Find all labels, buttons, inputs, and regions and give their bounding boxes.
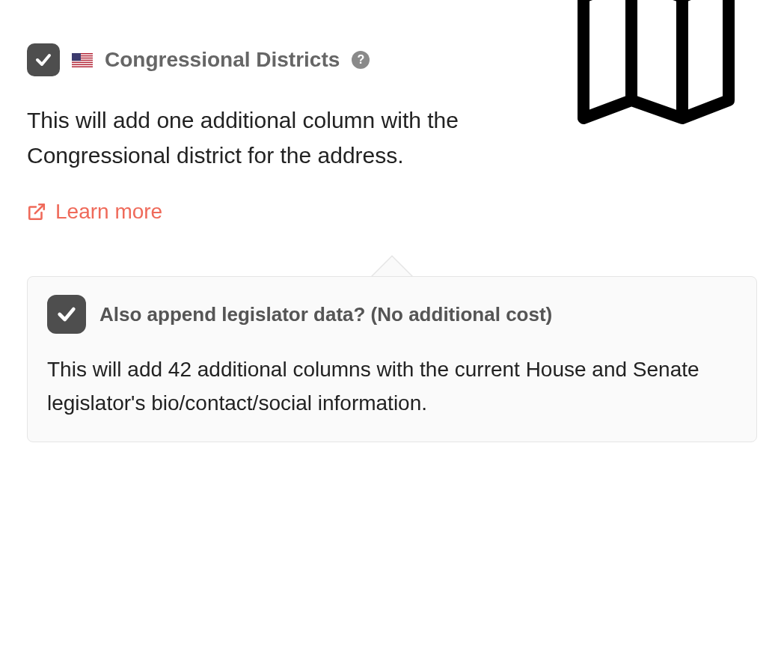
svg-rect-7 [72, 53, 81, 61]
help-icon[interactable]: ? [352, 51, 370, 69]
svg-rect-6 [72, 65, 93, 66]
sub-option-header: Also append legislator data? (No additio… [47, 295, 737, 334]
map-icon [563, 0, 750, 136]
option-description: This will add one additional column with… [27, 103, 506, 173]
sub-option-panel: Also append legislator data? (No additio… [27, 276, 757, 442]
sub-option-description: This will add 42 additional columns with… [47, 353, 737, 421]
learn-more-link[interactable]: Learn more [27, 200, 162, 224]
option-header: Congressional Districts ? [27, 43, 540, 76]
check-icon [56, 304, 77, 325]
option-title: Congressional Districts [105, 48, 340, 72]
external-link-icon [27, 202, 46, 222]
us-flag-icon [72, 53, 93, 67]
sub-option-title: Also append legislator data? (No additio… [99, 303, 552, 326]
check-icon [34, 51, 52, 69]
panel-arrow-icon [371, 255, 413, 276]
legislator-data-checkbox[interactable] [47, 295, 86, 334]
learn-more-label: Learn more [55, 200, 162, 224]
svg-rect-4 [72, 61, 93, 61]
svg-rect-5 [72, 63, 93, 64]
congressional-districts-checkbox[interactable] [27, 43, 60, 76]
